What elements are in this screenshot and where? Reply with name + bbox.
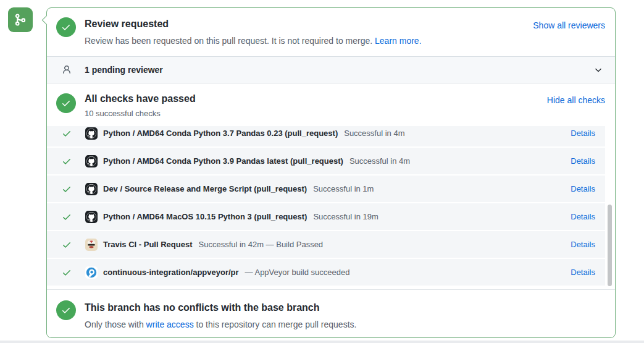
checks-scrollbar-thumb[interactable] [608,205,612,286]
pr-merge-page: { "colors": { "badge_green": "#55a15c", … [0,0,644,343]
person-icon [62,65,72,75]
checks-header-subtitle: 10 successful checks [85,109,161,118]
page-bottom-divider [0,341,644,343]
check-row: Python / AMD64 Conda Python 3.7 Pandas 0… [47,126,605,148]
github-actions-icon [85,211,98,223]
check-row: Python / AMD64 MacOS 10.15 Python 3 (pul… [47,203,605,231]
check-icon [61,98,71,108]
review-requested-section: Review requested Review has been request… [47,8,615,56]
check-success-icon [62,268,72,277]
merge-subtext-after: to this repository can merge pull reques… [194,320,357,329]
check-name: Python / AMD64 Conda Python 3.9 Pandas l… [103,156,343,166]
check-avatar [85,211,98,223]
check-icon [61,305,71,315]
check-avatar [85,266,98,279]
write-access-link[interactable]: write access [146,320,194,329]
checks-list[interactable]: Python / AMD64 Conda Python 3.7 Pandas 0… [47,126,615,289]
check-name: Python / AMD64 Conda Python 3.7 Pandas 0… [103,129,338,138]
checks-scroll: Python / AMD64 Conda Python 3.7 Pandas 0… [47,126,615,287]
check-row: continuous-integration/appveyor/pr — App… [47,259,605,287]
show-all-reviewers-link[interactable]: Show all reviewers [533,20,605,30]
learn-more-link[interactable]: Learn more. [375,36,421,46]
hide-all-checks-link[interactable]: Hide all checks [547,95,605,105]
chevron-down-icon[interactable] [593,65,603,75]
check-success-icon [62,156,72,166]
check-name: Travis CI - Pull Request [103,240,193,249]
check-status: Successful in 1m [313,184,374,193]
review-section-title: Review requested [85,19,169,30]
check-name: continuous-integration/appveyor/pr [103,268,239,277]
merge-status-section: This branch has no conflicts with the ba… [47,289,615,337]
checks-header-title: All checks have passed [85,93,196,104]
review-section-description: Review has been requested on this pull r… [85,36,422,46]
check-status: Successful in 4m [344,129,404,138]
check-details-link[interactable]: Details [571,156,595,166]
check-success-icon [62,129,72,138]
check-success-icon [62,240,72,250]
merge-subtext-before: Only those with [85,320,146,329]
merge-success-circle [56,300,76,320]
check-status: — AppVeyor build succeeded [245,268,350,277]
check-details-link[interactable]: Details [571,212,595,221]
travis-ci-icon [85,239,98,251]
check-icon [61,22,71,32]
check-row: Dev / Source Release and Merge Script (p… [47,176,605,203]
git-merge-icon [14,13,27,27]
check-avatar [85,183,98,195]
check-avatar [85,239,98,251]
pending-reviewer-row[interactable]: 1 pending reviewer [47,56,615,83]
check-name: Dev / Source Release and Merge Script (p… [103,184,307,193]
merge-box: Review requested Review has been request… [46,7,616,338]
github-actions-icon [85,127,98,140]
check-success-icon [62,184,72,194]
check-status: Successful in 4m [349,156,410,166]
review-description-text: Review has been requested on this pull r… [85,36,375,46]
pending-reviewer-label: 1 pending reviewer [85,65,163,75]
checks-success-circle [56,93,76,113]
check-details-link[interactable]: Details [571,240,595,249]
appveyor-icon [85,266,98,279]
review-success-circle [56,17,76,37]
check-row: Python / AMD64 Conda Python 3.9 Pandas l… [47,148,605,176]
check-status: Successful in 19m [313,212,378,221]
check-details-link[interactable]: Details [571,184,595,193]
check-avatar [85,127,98,140]
git-merge-badge [8,7,33,32]
merge-status-subtext: Only those with write access to this rep… [85,320,356,329]
check-status: Successful in 42m — Build Passed [199,240,324,249]
github-actions-icon [85,183,98,195]
github-actions-icon [85,155,98,167]
check-name: Python / AMD64 MacOS 10.15 Python 3 (pul… [103,212,307,221]
check-details-link[interactable]: Details [571,129,595,138]
check-row: Travis CI - Pull Request Successful in 4… [47,231,605,259]
check-avatar [85,155,98,167]
check-success-icon [62,212,72,222]
check-details-link[interactable]: Details [571,268,595,277]
merge-status-title: This branch has no conflicts with the ba… [85,302,320,313]
checks-header-section: All checks have passed 10 successful che… [47,83,615,126]
